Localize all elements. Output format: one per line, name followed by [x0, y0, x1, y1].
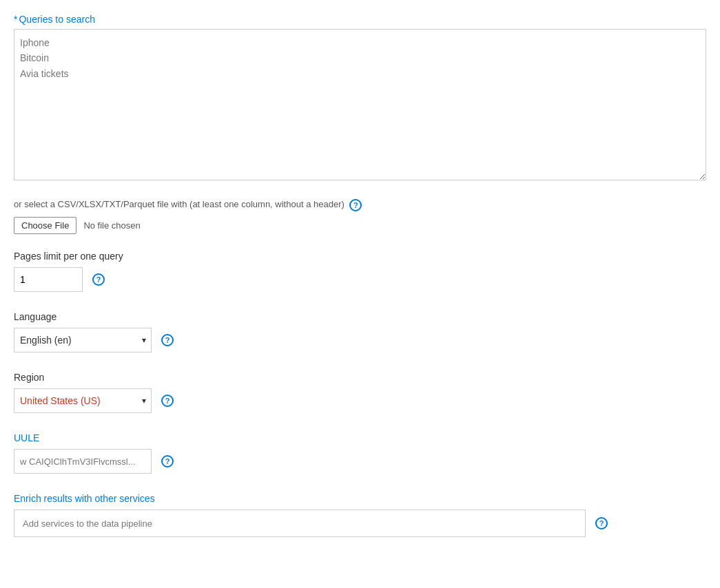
language-help-icon[interactable]: ? — [161, 334, 174, 346]
queries-section: * Queries to search — [14, 14, 706, 182]
enrich-input-row: ? — [14, 510, 706, 537]
file-input-row: Choose File No file chosen — [14, 217, 706, 234]
language-select-row: English (en) Spanish (es) French (fr) Ge… — [14, 328, 706, 353]
language-section: Language English (en) Spanish (es) Frenc… — [14, 311, 706, 353]
enrich-label: Enrich results with other services — [14, 493, 706, 504]
language-select-wrapper: English (en) Spanish (es) French (fr) Ge… — [14, 328, 152, 353]
pages-limit-label: Pages limit per one query — [14, 251, 706, 262]
language-dropdown[interactable]: English (en) Spanish (es) French (fr) Ge… — [14, 328, 152, 353]
required-star: * — [14, 14, 17, 25]
region-select-wrapper: United States (US) United Kingdom (UK) C… — [14, 388, 152, 413]
queries-label-main: Queries to search — [19, 14, 95, 25]
pages-limit-section: Pages limit per one query ? — [14, 251, 706, 292]
file-select-section: or select a CSV/XLSX/TXT/Parquet file wi… — [14, 199, 706, 234]
file-description: or select a CSV/XLSX/TXT/Parquet file wi… — [14, 199, 706, 211]
uule-input-row: ? — [14, 449, 706, 474]
queries-label: * Queries to search — [14, 14, 706, 25]
uule-section: UULE ? — [14, 432, 706, 474]
enrich-section: Enrich results with other services ? — [14, 493, 706, 537]
uule-help-icon[interactable]: ? — [161, 455, 174, 468]
uule-input[interactable] — [14, 449, 152, 474]
language-label: Language — [14, 311, 706, 322]
uule-label: UULE — [14, 432, 706, 443]
enrich-help-icon[interactable]: ? — [595, 517, 608, 529]
file-help-icon[interactable]: ? — [349, 199, 362, 211]
pages-limit-help-icon[interactable]: ? — [92, 273, 105, 286]
region-select-row: United States (US) United Kingdom (UK) C… — [14, 388, 706, 413]
choose-file-button[interactable]: Choose File — [14, 217, 76, 234]
region-section: Region United States (US) United Kingdom… — [14, 372, 706, 413]
pages-limit-input[interactable] — [14, 267, 83, 292]
region-label: Region — [14, 372, 706, 383]
queries-textarea[interactable] — [14, 29, 706, 180]
region-dropdown[interactable]: United States (US) United Kingdom (UK) C… — [14, 388, 152, 413]
no-file-label: No file chosen — [83, 220, 140, 231]
enrich-services-input[interactable] — [14, 510, 586, 537]
pages-limit-row: ? — [14, 267, 706, 292]
region-help-icon[interactable]: ? — [161, 395, 174, 407]
